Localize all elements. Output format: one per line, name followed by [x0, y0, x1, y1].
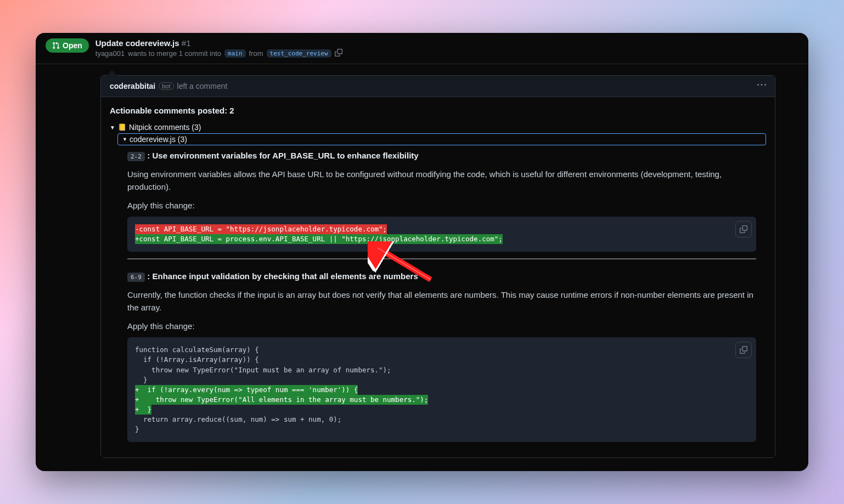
line-range: 2-2: [127, 152, 145, 161]
copy-branch-icon[interactable]: [335, 49, 342, 58]
pr-header: Open Update codereview.js #1 tyaga001 wa…: [36, 33, 808, 64]
comment-action-text: left a comment: [177, 82, 228, 90]
nitpick-label: Nitpick comments (3): [129, 123, 201, 132]
comment-author[interactable]: coderabbitai: [110, 82, 155, 90]
apply-label: Apply this change:: [127, 321, 756, 331]
pr-title[interactable]: Update codereview.js #1: [95, 38, 342, 48]
suggestion-desc: Currently, the function checks if the in…: [127, 289, 756, 314]
content-area: coderabbitai bot left a comment Actionab…: [36, 75, 808, 458]
status-text: Open: [63, 41, 82, 50]
suggestion-item: 2-2 : Use environment variables for API_…: [117, 145, 766, 259]
file-toggle[interactable]: ▼ codereview.js (3): [117, 133, 766, 145]
suggestion-desc: Using environment variables allows the A…: [127, 168, 756, 193]
book-icon: 📒: [118, 123, 126, 131]
triangle-icon: ▼: [110, 124, 115, 131]
from-text: from: [249, 49, 263, 58]
compare-branch[interactable]: test_code_review: [267, 49, 331, 58]
merge-text: wants to merge 1 commit into: [128, 49, 221, 58]
bot-badge: bot: [159, 82, 173, 90]
pr-number: #1: [182, 38, 191, 48]
triangle-icon: ▼: [122, 137, 127, 142]
status-badge: Open: [46, 38, 89, 53]
suggestion-item: 6-9 : Enhance input validation by checki…: [117, 266, 766, 442]
code-block: function calculateSum(array) { if (!Arra…: [127, 337, 756, 442]
suggestion-header: 2-2 : Use environment variables for API_…: [127, 151, 756, 161]
kebab-icon[interactable]: [757, 81, 766, 92]
nitpick-toggle[interactable]: ▼ 📒 Nitpick comments (3): [110, 123, 766, 132]
comment-body: Actionable comments posted: 2 ▼ 📒 Nitpic…: [101, 97, 775, 457]
actionable-title: Actionable comments posted: 2: [110, 106, 766, 115]
file-label: codereview.js (3): [130, 135, 187, 144]
suggestion-header: 6-9 : Enhance input validation by checki…: [127, 271, 756, 281]
pr-title-text: Update codereview.js: [95, 38, 179, 48]
divider: [127, 258, 756, 259]
base-branch[interactable]: main: [224, 49, 246, 58]
line-range: 6-9: [127, 273, 145, 282]
pr-author[interactable]: tyaga001: [95, 49, 125, 58]
git-pull-request-icon: [52, 42, 60, 49]
comment-header: coderabbitai bot left a comment: [101, 76, 775, 97]
timeline: coderabbitai bot left a comment Actionab…: [100, 75, 775, 458]
suggestion-title: : Enhance input validation by checking t…: [147, 271, 418, 281]
copy-button[interactable]: [735, 221, 752, 237]
apply-label: Apply this change:: [127, 201, 756, 210]
pr-subtitle: tyaga001 wants to merge 1 commit into ma…: [95, 49, 342, 58]
code-block: -const API_BASE_URL = "https://jsonplace…: [127, 217, 756, 252]
suggestion-title: : Use environment variables for API_BASE…: [147, 151, 418, 160]
app-window: Open Update codereview.js #1 tyaga001 wa…: [36, 33, 808, 471]
pr-title-wrap: Update codereview.js #1 tyaga001 wants t…: [95, 38, 342, 58]
comment-box: coderabbitai bot left a comment Actionab…: [100, 75, 775, 458]
comment-pointer: [106, 70, 117, 76]
copy-button[interactable]: [735, 342, 752, 358]
